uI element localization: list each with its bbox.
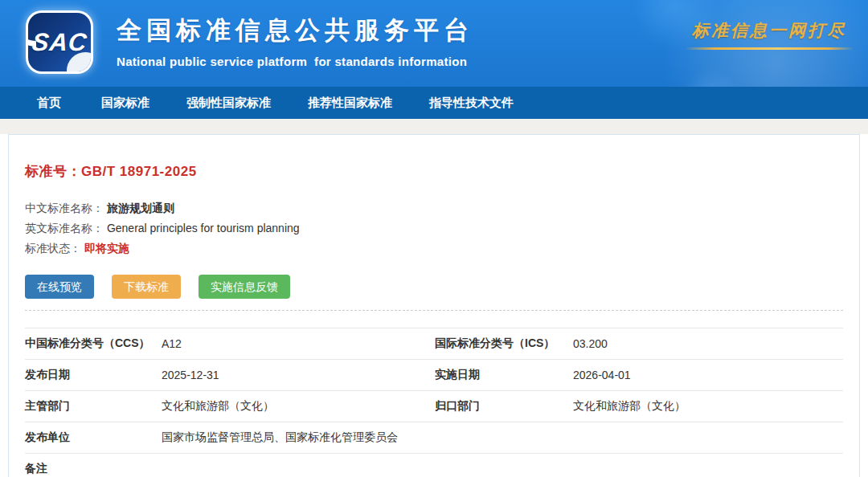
table-row: 中国标准分类号（CCS） A12 国际标准分类号（ICS） 03.200 <box>25 328 843 359</box>
slogan-underline <box>685 47 854 50</box>
competent-dept-value: 文化和旅游部（文化） <box>162 399 435 414</box>
standard-fields: 中文标准名称： 旅游规划通则 英文标准名称： General principle… <box>25 198 843 259</box>
table-row: 发布日期 2025-12-31 实施日期 2026-04-01 <box>25 359 843 390</box>
ics-label: 国际标准分类号（ICS） <box>435 336 573 351</box>
site-title-english: National public service platform for sta… <box>117 55 473 68</box>
nav-item-national-standards[interactable]: 国家标准 <box>95 87 156 119</box>
table-row: 备注 <box>25 453 843 477</box>
nav-item-home[interactable]: 首页 <box>31 87 68 119</box>
field-name-en: 英文标准名称： General principles for tourism p… <box>25 218 843 238</box>
ics-value: 03.200 <box>573 337 843 350</box>
site-title-chinese: 全国标准信息公共服务平台 <box>117 14 473 47</box>
publish-date-label: 发布日期 <box>25 368 162 382</box>
implementation-feedback-button[interactable]: 实施信息反馈 <box>199 275 290 299</box>
table-row: 主管部门 文化和旅游部（文化） 归口部门 文化和旅游部（文化） <box>25 390 843 422</box>
standard-number-label: 标准号： <box>25 164 81 179</box>
ccs-value: A12 <box>162 337 435 350</box>
implement-date-label: 实施日期 <box>435 368 573 382</box>
section-divider <box>25 310 843 311</box>
ccs-label: 中国标准分类号（CCS） <box>25 336 162 351</box>
sac-logo[interactable]: SAC <box>26 10 93 74</box>
slogan-block: 标准信息一网打尽 <box>685 19 854 50</box>
action-buttons: 在线预览 下载标准 实施信息反馈 <box>25 275 843 299</box>
field-name-cn: 中文标准名称： 旅游规划通则 <box>25 198 843 218</box>
field-status: 标准状态： 即将实施 <box>25 238 843 259</box>
standard-detail-card: 标准号：GB/T 18971-2025 中文标准名称： 旅游规划通则 英文标准名… <box>8 134 860 477</box>
table-row: 发布单位 国家市场监督管理总局、国家标准化管理委员会 <box>25 422 843 453</box>
centralized-dept-value: 文化和旅游部（文化） <box>573 399 843 414</box>
main-nav: 首页 国家标准 强制性国家标准 推荐性国家标准 指导性技术文件 <box>0 87 868 119</box>
sac-logo-mark: SAC <box>28 13 91 71</box>
field-name-en-value: General principles for tourism planning <box>107 222 300 234</box>
field-name-cn-value: 旅游规划通则 <box>107 202 174 214</box>
issuing-unit-value: 国家市场监督管理总局、国家标准化管理委员会 <box>162 430 843 445</box>
slogan-text: 标准信息一网打尽 <box>685 19 854 42</box>
sub-nav-strip <box>0 119 868 134</box>
download-standard-button[interactable]: 下载标准 <box>112 275 181 299</box>
standard-number-heading: 标准号：GB/T 18971-2025 <box>25 135 843 181</box>
field-status-label: 标准状态： <box>25 242 81 255</box>
standard-attributes-table: 中国标准分类号（CCS） A12 国际标准分类号（ICS） 03.200 发布日… <box>25 328 843 477</box>
competent-dept-label: 主管部门 <box>25 399 162 414</box>
field-name-en-label: 英文标准名称： <box>25 222 104 234</box>
standard-number-value: GB/T 18971-2025 <box>81 164 197 179</box>
status-badge: 即将实施 <box>84 242 129 255</box>
field-name-cn-label: 中文标准名称： <box>25 202 104 214</box>
implement-date-value: 2026-04-01 <box>573 369 843 381</box>
online-preview-button[interactable]: 在线预览 <box>25 275 94 299</box>
sac-logo-text: SAC <box>31 28 88 57</box>
issuing-unit-label: 发布单位 <box>25 430 162 445</box>
nav-item-mandatory-standards[interactable]: 强制性国家标准 <box>180 87 277 119</box>
nav-item-recommended-standards[interactable]: 推荐性国家标准 <box>301 87 399 119</box>
site-title-block: 全国标准信息公共服务平台 National public service pla… <box>117 14 473 68</box>
nav-item-guiding-documents[interactable]: 指导性技术文件 <box>423 87 520 119</box>
centralized-dept-label: 归口部门 <box>435 399 573 414</box>
remarks-label: 备注 <box>25 462 162 476</box>
site-header: SAC 全国标准信息公共服务平台 National public service… <box>0 0 868 87</box>
publish-date-value: 2025-12-31 <box>162 369 435 381</box>
